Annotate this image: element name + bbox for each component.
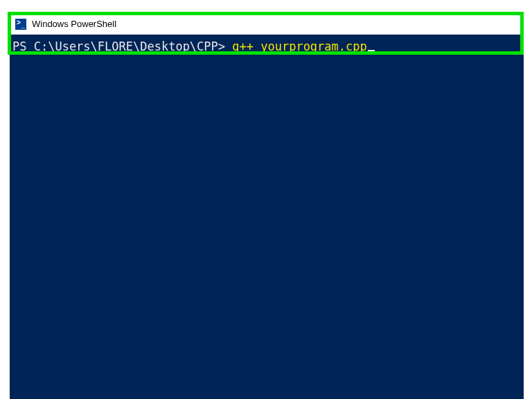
window-title: Windows PowerShell [32, 19, 116, 29]
command-line: PS C:\Users\FLORE\Desktop\CPP> g++ yourp… [12, 39, 521, 54]
powershell-icon [15, 19, 26, 30]
window-titlebar[interactable]: Windows PowerShell [10, 14, 524, 35]
prompt-text: PS C:\Users\FLORE\Desktop\CPP> [12, 39, 232, 53]
terminal-area[interactable]: PS C:\Users\FLORE\Desktop\CPP> g++ yourp… [10, 35, 524, 399]
typed-command: g++ yourprogram.cpp [232, 39, 366, 53]
cursor [368, 50, 375, 52]
powershell-window: Windows PowerShell PS C:\Users\FLORE\Des… [10, 14, 532, 399]
